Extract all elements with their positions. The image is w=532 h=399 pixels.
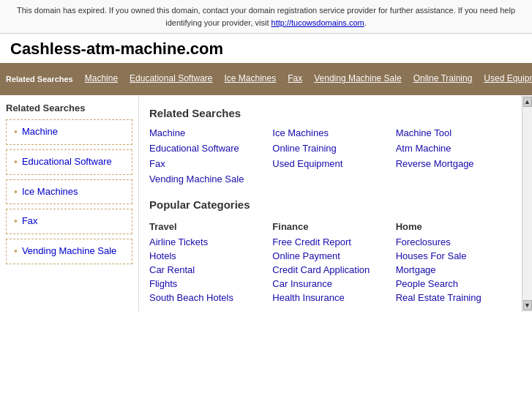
category-link[interactable]: South Beach Hotels	[149, 291, 265, 305]
main-content: Related Searches MachineIce MachinesMach…	[139, 95, 522, 312]
scrollbar[interactable]: ▲ ▼	[522, 95, 532, 312]
category-column: FinanceFree Credit ReportOnline PaymentC…	[272, 218, 388, 305]
category-link[interactable]: Free Credit Report	[272, 235, 388, 249]
category-link[interactable]: Car Rental	[149, 263, 265, 277]
nav-used-equipment[interactable]: Used Equipment	[478, 70, 532, 88]
category-link[interactable]: Car Insurance	[272, 277, 388, 291]
nav-machine[interactable]: Machine	[79, 70, 124, 88]
category-heading: Home	[396, 221, 512, 232]
sidebar-item[interactable]: • Fax	[6, 209, 132, 234]
nav-online-training[interactable]: Online Training	[408, 70, 479, 88]
related-searches-title: Related Searches	[149, 107, 512, 119]
category-link[interactable]: Real Estate Training	[396, 291, 512, 305]
nav-vending-machine-sale[interactable]: Vending Machine Sale	[308, 70, 407, 88]
scroll-down-button[interactable]: ▼	[523, 300, 532, 310]
nav-ice-machines[interactable]: Ice Machines	[218, 70, 282, 88]
grid-empty	[272, 173, 388, 185]
sidebar-link[interactable]: • Vending Machine Sale	[14, 245, 124, 258]
category-heading: Finance	[272, 221, 388, 232]
category-column: HomeForeclosuresHouses For SaleMortgageP…	[396, 218, 512, 305]
bullet-icon: •	[14, 245, 18, 258]
related-search-link[interactable]: Vending Machine Sale	[149, 173, 265, 185]
category-column: TravelAirline TicketsHotelsCar RentalFli…	[149, 218, 265, 305]
bullet-icon: •	[14, 215, 18, 228]
category-link[interactable]: Hotels	[149, 249, 265, 263]
category-link[interactable]: Credit Card Application	[272, 263, 388, 277]
site-title: Cashless-atm-machine.com	[0, 34, 532, 63]
category-link[interactable]: Houses For Sale	[396, 249, 512, 263]
category-link[interactable]: Airline Tickets	[149, 235, 265, 249]
related-search-link[interactable]: Atm Machine	[396, 142, 512, 154]
banner-text: This domain has expired. If you owned th…	[17, 6, 515, 27]
related-search-link[interactable]: Machine	[149, 127, 265, 139]
bullet-icon: •	[14, 186, 18, 198]
popular-categories: Popular Categories TravelAirline Tickets…	[149, 198, 512, 305]
category-link[interactable]: Mortgage	[396, 263, 512, 277]
sidebar-link[interactable]: • Machine	[14, 126, 124, 138]
bullet-icon: •	[14, 126, 18, 138]
related-search-link[interactable]: Fax	[149, 157, 265, 170]
banner-link[interactable]: http://tucowsdomains.com	[271, 18, 364, 27]
grid-empty	[396, 173, 512, 185]
related-search-link[interactable]: Online Training	[272, 142, 388, 154]
navbar: Related Searches MachineEducational Soft…	[0, 63, 532, 95]
category-link[interactable]: Flights	[149, 277, 265, 291]
category-link[interactable]: Foreclosures	[396, 235, 512, 249]
related-search-link[interactable]: Educational Software	[149, 142, 265, 154]
sidebar-title: Related Searches	[6, 102, 132, 113]
expiry-banner: This domain has expired. If you owned th…	[0, 0, 532, 34]
category-link[interactable]: People Search	[396, 277, 512, 291]
sidebar-item[interactable]: • Machine	[6, 119, 132, 145]
sidebar-link[interactable]: • Educational Software	[14, 156, 124, 168]
related-search-link[interactable]: Ice Machines	[272, 127, 388, 139]
related-search-link[interactable]: Machine Tool	[396, 127, 512, 139]
sidebar-item[interactable]: • Educational Software	[6, 149, 132, 175]
sidebar-item[interactable]: • Ice Machines	[6, 179, 132, 205]
scroll-up-button[interactable]: ▲	[523, 97, 532, 107]
sidebar-item[interactable]: • Vending Machine Sale	[6, 239, 132, 264]
category-link[interactable]: Health Insurance	[272, 291, 388, 305]
nav-educational-software[interactable]: Educational Software	[124, 70, 218, 88]
popular-categories-grid: TravelAirline TicketsHotelsCar RentalFli…	[149, 218, 512, 305]
sidebar: Related Searches • Machine• Educational …	[0, 95, 139, 312]
category-link[interactable]: Online Payment	[272, 249, 388, 263]
popular-categories-title: Popular Categories	[149, 198, 512, 211]
related-searches-grid: MachineIce MachinesMachine ToolEducation…	[149, 127, 512, 185]
related-search-link[interactable]: Reverse Mortgage	[396, 157, 512, 170]
related-search-link[interactable]: Used Equipment	[272, 157, 388, 170]
category-heading: Travel	[149, 221, 265, 232]
sidebar-link[interactable]: • Fax	[14, 215, 124, 228]
bullet-icon: •	[14, 156, 18, 168]
navbar-label: Related Searches	[4, 72, 75, 86]
sidebar-link[interactable]: • Ice Machines	[14, 186, 124, 198]
nav-fax[interactable]: Fax	[282, 70, 308, 88]
